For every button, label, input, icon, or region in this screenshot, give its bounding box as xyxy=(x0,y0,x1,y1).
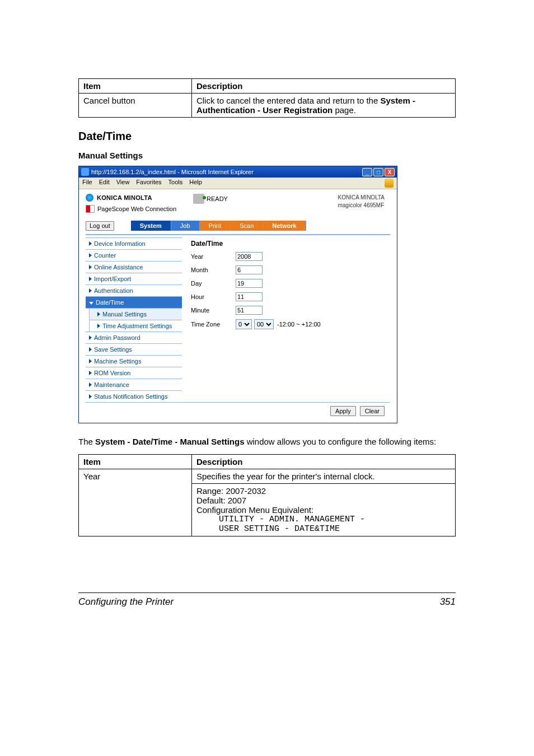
caption-post: window allows you to configure the follo… xyxy=(244,437,436,446)
col-item: Item xyxy=(79,79,192,94)
month-input[interactable] xyxy=(236,265,263,274)
model-line1: KONICA MINOLTA xyxy=(338,194,385,202)
brand-text: KONICA MINOLTA xyxy=(97,194,152,201)
cancel-item: Cancel button xyxy=(79,94,192,118)
close-button[interactable]: X xyxy=(385,168,395,176)
nav-time-adjustment[interactable]: Time Adjustment Settings xyxy=(90,320,182,332)
nav-save-settings[interactable]: Save Settings xyxy=(86,343,182,356)
page-footer: Configuring the Printer 351 xyxy=(78,592,456,608)
year-default: Default: 2007 xyxy=(196,496,451,505)
divider xyxy=(86,234,390,235)
nav-status-notification[interactable]: Status Notification Settings xyxy=(86,390,182,403)
desc-post: page. xyxy=(332,105,356,115)
nav-label: Counter xyxy=(94,252,116,259)
tab-network[interactable]: Network xyxy=(263,221,306,231)
year-details: Range: 2007-2032 Default: 2007 Configura… xyxy=(191,483,455,536)
arrow-icon xyxy=(89,265,92,269)
tab-scan[interactable]: Scan xyxy=(231,221,263,231)
month-label: Month xyxy=(191,267,236,273)
arrow-icon xyxy=(89,347,92,352)
status-text: READY xyxy=(207,195,228,202)
logout-button[interactable]: Log out xyxy=(86,221,114,231)
nav-import-export[interactable]: Import/Export xyxy=(86,273,182,285)
nav-online-assistance[interactable]: Online Assistance xyxy=(86,261,182,273)
nav-label: Device Information xyxy=(94,240,146,247)
year-code1: UTILITY - ADMIN. MANAGEMENT - xyxy=(196,515,451,524)
caption-pre: The xyxy=(78,437,95,446)
year-input[interactable] xyxy=(236,252,263,261)
form-heading: Date/Time xyxy=(191,240,390,248)
sidebar: Device Information Counter Online Assist… xyxy=(86,237,182,402)
model-info: KONICA MINOLTA magicolor 4695MF xyxy=(338,194,390,209)
year-range: Range: 2007-2032 xyxy=(196,486,451,496)
menu-bar: File Edit View Favorites Tools Help xyxy=(79,178,397,189)
nav-counter[interactable]: Counter xyxy=(86,249,182,262)
arrow-icon xyxy=(89,277,92,281)
form-area: Date/Time Year Month Day Hour xyxy=(182,237,390,402)
tab-job[interactable]: Job xyxy=(171,221,200,231)
cancel-table: Item Description Cancel button Click to … xyxy=(78,78,456,118)
year-item: Year xyxy=(79,469,192,536)
nav-date-time[interactable]: Date/Time xyxy=(86,296,182,309)
year-label: Year xyxy=(191,253,236,260)
minute-input[interactable] xyxy=(236,306,263,315)
arrow-icon xyxy=(89,335,92,340)
nav-maintenance[interactable]: Maintenance xyxy=(86,379,182,391)
titlebar: http://192.168.1.2/a_index.html - Micros… xyxy=(79,166,397,178)
nav-machine-settings[interactable]: Machine Settings xyxy=(86,355,182,367)
minimize-button[interactable]: _ xyxy=(362,168,372,176)
arrow-icon xyxy=(89,382,92,387)
button-bar: Apply Clear xyxy=(86,402,390,419)
printer-icon xyxy=(193,194,204,204)
year-cfg: Configuration Menu Equivalent: xyxy=(196,505,451,515)
nav-label: ROM Version xyxy=(94,370,130,376)
model-line2: magicolor 4695MF xyxy=(338,202,385,209)
menu-edit[interactable]: Edit xyxy=(99,179,110,188)
windows-flag-icon xyxy=(385,179,394,188)
maximize-button[interactable]: □ xyxy=(373,168,383,176)
arrow-icon xyxy=(89,359,92,363)
arrow-icon xyxy=(97,324,100,328)
year-code2: USER SETTING - DATE&TIME xyxy=(196,524,451,534)
menu-view[interactable]: View xyxy=(116,179,130,188)
nav-manual-settings[interactable]: Manual Settings xyxy=(90,308,182,320)
year-line1: Specifies the year for the printer's int… xyxy=(191,469,455,483)
status-area: READY xyxy=(193,194,228,204)
tab-system[interactable]: System xyxy=(131,221,171,231)
tz-min-select[interactable]: 00 xyxy=(254,319,274,329)
year-table: Item Description Year Specifies the year… xyxy=(78,454,456,536)
arrow-icon xyxy=(89,394,92,399)
tz-label: Time Zone xyxy=(191,321,236,328)
tz-hour-select[interactable]: 0 xyxy=(236,319,252,329)
desc-pre: Click to cancel the entered data and ret… xyxy=(196,96,381,105)
arrow-down-icon xyxy=(89,302,93,305)
nav-admin-password[interactable]: Admin Password xyxy=(86,332,182,344)
nav-rom-version[interactable]: ROM Version xyxy=(86,367,182,379)
caption-bold: System - Date/Time - Manual Settings xyxy=(95,437,244,446)
nav-authentication[interactable]: Authentication xyxy=(86,284,182,297)
minute-label: Minute xyxy=(191,307,236,314)
nav-device-information[interactable]: Device Information xyxy=(86,237,182,250)
footer-left: Configuring the Printer xyxy=(78,596,174,608)
subbrand: PageScope Web Connection xyxy=(86,205,176,213)
col2-item: Item xyxy=(79,454,192,469)
nav-label: Machine Settings xyxy=(94,358,141,365)
menu-help[interactable]: Help xyxy=(189,179,202,188)
nav-label: Save Settings xyxy=(94,346,132,353)
hour-input[interactable] xyxy=(236,292,263,301)
clear-button[interactable]: Clear xyxy=(360,406,385,416)
arrow-icon xyxy=(89,371,92,375)
brand-logo: KONICA MINOLTA xyxy=(86,194,176,202)
apply-button[interactable]: Apply xyxy=(330,406,356,416)
nav-subgroup: Manual Settings Time Adjustment Settings xyxy=(89,308,182,332)
day-input[interactable] xyxy=(236,279,263,288)
section-heading: Date/Time xyxy=(78,130,456,143)
menu-file[interactable]: File xyxy=(82,179,92,188)
nav-label: Authentication xyxy=(94,287,133,294)
menu-tools[interactable]: Tools xyxy=(168,179,183,188)
tab-print[interactable]: Print xyxy=(200,221,231,231)
menu-favorites[interactable]: Favorites xyxy=(136,179,161,188)
caption: The System - Date/Time - Manual Settings… xyxy=(78,436,456,449)
nav-label: Manual Settings xyxy=(102,311,147,318)
arrow-icon xyxy=(89,241,92,246)
